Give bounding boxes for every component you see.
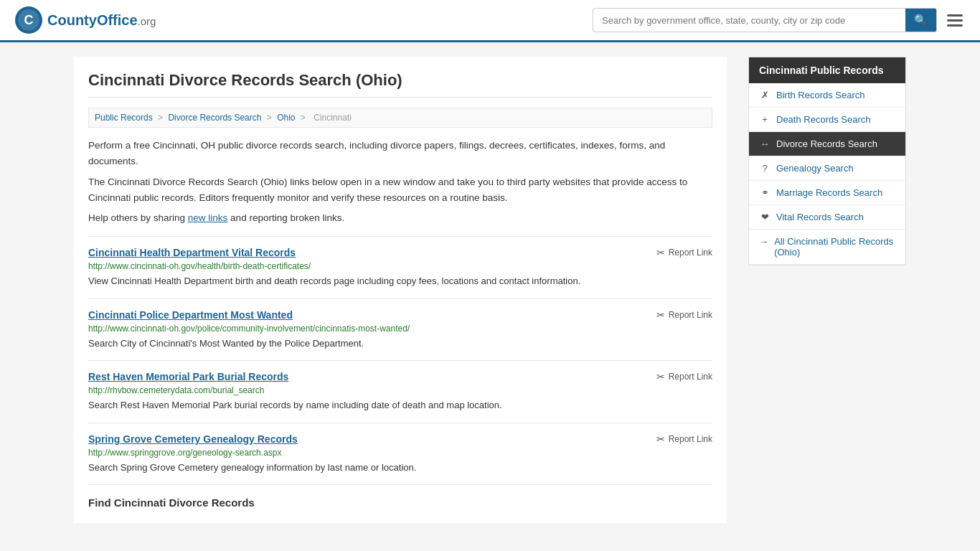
main-container: Cincinnati Divorce Records Search (Ohio)… bbox=[60, 42, 920, 537]
report-link-2[interactable]: ✂ Report Link bbox=[656, 309, 712, 321]
breadcrumb: Public Records > Divorce Records Search … bbox=[88, 108, 712, 128]
sidebar-item-genealogy-label: Genealogy Search bbox=[776, 163, 854, 174]
record-title-2[interactable]: Cincinnati Police Department Most Wanted bbox=[88, 309, 293, 321]
sidebar-item-divorce-records[interactable]: ↔ Divorce Records Search bbox=[749, 132, 905, 156]
breadcrumb-ohio[interactable]: Ohio bbox=[277, 113, 295, 123]
sharing-suffix: and reporting broken links. bbox=[227, 212, 344, 223]
search-input[interactable] bbox=[593, 10, 905, 31]
record-url-4[interactable]: http://www.springgrove.org/geneology-sea… bbox=[88, 448, 712, 458]
arrows-icon: ↔ bbox=[759, 138, 771, 149]
record-title-3[interactable]: Rest Haven Memorial Park Burial Records bbox=[88, 371, 288, 382]
record-desc-4: Search Spring Grove Cemetery genealogy i… bbox=[88, 461, 712, 475]
record-url-1[interactable]: http://www.cincinnati-oh.gov/health/birt… bbox=[88, 261, 712, 271]
report-label-2: Report Link bbox=[669, 310, 712, 320]
record-header-3: Rest Haven Memorial Park Burial Records … bbox=[88, 371, 712, 382]
page-title: Cincinnati Divorce Records Search (Ohio) bbox=[88, 71, 712, 98]
description-2: The Cincinnati Divorce Records Search (O… bbox=[88, 174, 712, 205]
search-button[interactable]: 🔍 bbox=[905, 9, 936, 32]
record-title-4[interactable]: Spring Grove Cemetery Genealogy Records bbox=[88, 433, 298, 445]
record-url-3[interactable]: http://rhvbow.cemeterydata.com/burial_se… bbox=[88, 385, 712, 395]
sidebar-item-birth-label: Birth Records Search bbox=[776, 90, 865, 100]
sidebar-item-divorce-label: Divorce Records Search bbox=[776, 138, 877, 149]
header-right: 🔍 bbox=[593, 8, 966, 32]
record-title-1[interactable]: Cincinnati Health Department Vital Recor… bbox=[88, 247, 296, 258]
breadcrumb-public-records[interactable]: Public Records bbox=[95, 113, 153, 123]
plus-icon: + bbox=[759, 114, 771, 125]
person-icon: ✗ bbox=[759, 90, 771, 100]
record-desc-1: View Cincinnati Health Department birth … bbox=[88, 274, 712, 288]
breadcrumb-sep-2: > bbox=[267, 113, 274, 123]
record-header-1: Cincinnati Health Department Vital Recor… bbox=[88, 247, 712, 258]
sidebar-item-marriage-records[interactable]: ⚭ Marriage Records Search bbox=[749, 181, 905, 205]
report-label-1: Report Link bbox=[669, 248, 712, 258]
sidebar-item-death-records[interactable]: + Death Records Search bbox=[749, 108, 905, 132]
description-1: Perform a free Cincinnati, OH public div… bbox=[88, 138, 712, 169]
report-icon-4: ✂ bbox=[656, 433, 665, 445]
report-label-3: Report Link bbox=[669, 372, 712, 382]
record-header-2: Cincinnati Police Department Most Wanted… bbox=[88, 309, 712, 321]
logo-text: CountyOffice.org bbox=[47, 12, 156, 29]
svg-text:C: C bbox=[24, 13, 34, 27]
header: C CountyOffice.org 🔍 bbox=[0, 0, 980, 42]
record-header-4: Spring Grove Cemetery Genealogy Records … bbox=[88, 433, 712, 445]
report-link-1[interactable]: ✂ Report Link bbox=[656, 247, 712, 258]
sidebar-item-vital-records[interactable]: ❤ Vital Records Search bbox=[749, 205, 905, 230]
question-icon: ? bbox=[759, 163, 771, 174]
sidebar-item-marriage-label: Marriage Records Search bbox=[776, 187, 882, 198]
sidebar-box: Cincinnati Public Records ✗ Birth Record… bbox=[748, 57, 906, 265]
breadcrumb-cincinnati: Cincinnati bbox=[314, 113, 352, 123]
breadcrumb-divorce-records[interactable]: Divorce Records Search bbox=[168, 113, 261, 123]
record-entry-3: Rest Haven Memorial Park Burial Records … bbox=[88, 360, 712, 423]
menu-line-1 bbox=[947, 14, 963, 17]
menu-button[interactable] bbox=[944, 11, 966, 29]
arrow-right-icon: → bbox=[759, 236, 768, 247]
sidebar-item-genealogy[interactable]: ? Genealogy Search bbox=[749, 156, 905, 181]
breadcrumb-sep-1: > bbox=[158, 113, 165, 123]
sidebar-item-vital-label: Vital Records Search bbox=[776, 212, 864, 222]
record-entry-2: Cincinnati Police Department Most Wanted… bbox=[88, 298, 712, 361]
breadcrumb-sep-3: > bbox=[301, 113, 308, 123]
sidebar: Cincinnati Public Records ✗ Birth Record… bbox=[748, 57, 906, 523]
report-link-4[interactable]: ✂ Report Link bbox=[656, 433, 712, 445]
logo-icon: C bbox=[14, 6, 43, 34]
menu-line-2 bbox=[947, 19, 963, 22]
logo-area: C CountyOffice.org bbox=[14, 6, 156, 34]
rings-icon: ⚭ bbox=[759, 187, 771, 198]
heart-icon: ❤ bbox=[759, 212, 771, 222]
record-entry-4: Spring Grove Cemetery Genealogy Records … bbox=[88, 423, 712, 485]
report-label-4: Report Link bbox=[669, 434, 712, 444]
search-bar: 🔍 bbox=[593, 8, 937, 32]
sidebar-title: Cincinnati Public Records bbox=[749, 57, 905, 83]
sidebar-item-all-records[interactable]: → All Cincinnati Public Records (Ohio) bbox=[749, 230, 905, 265]
record-desc-3: Search Rest Haven Memorial Park burial r… bbox=[88, 398, 712, 413]
sidebar-item-all-label: All Cincinnati Public Records (Ohio) bbox=[774, 236, 895, 258]
record-desc-2: Search City of Cincinnati's Most Wanted … bbox=[88, 336, 712, 351]
report-icon-3: ✂ bbox=[656, 371, 665, 382]
record-entry-1: Cincinnati Health Department Vital Recor… bbox=[88, 236, 712, 298]
sharing-text: Help others by sharing new links and rep… bbox=[88, 212, 712, 223]
report-link-3[interactable]: ✂ Report Link bbox=[656, 371, 712, 382]
content-area: Cincinnati Divorce Records Search (Ohio)… bbox=[74, 57, 727, 523]
new-links[interactable]: new links bbox=[188, 212, 228, 223]
menu-line-3 bbox=[947, 24, 963, 27]
report-icon-1: ✂ bbox=[656, 247, 665, 258]
sharing-prefix: Help others by sharing bbox=[88, 212, 188, 223]
sidebar-item-death-label: Death Records Search bbox=[776, 114, 871, 125]
sidebar-item-birth-records[interactable]: ✗ Birth Records Search bbox=[749, 83, 905, 108]
record-url-2[interactable]: http://www.cincinnati-oh.gov/police/comm… bbox=[88, 324, 712, 334]
report-icon-2: ✂ bbox=[656, 309, 665, 321]
description-block: Perform a free Cincinnati, OH public div… bbox=[88, 138, 712, 205]
find-heading: Find Cincinnati Divorce Records bbox=[88, 484, 712, 509]
